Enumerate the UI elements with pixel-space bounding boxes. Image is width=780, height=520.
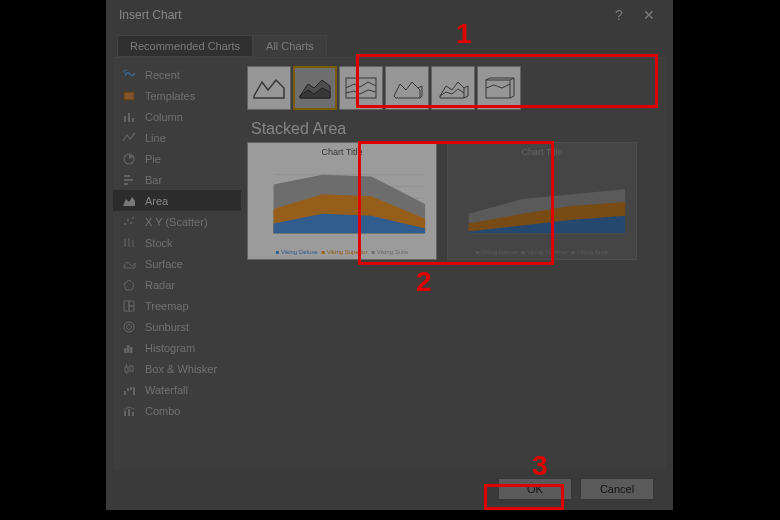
svg-rect-26 <box>130 387 132 390</box>
line-icon <box>121 130 137 146</box>
svg-rect-29 <box>128 409 130 416</box>
svg-rect-5 <box>124 175 130 177</box>
svg-rect-30 <box>132 412 134 416</box>
bar-icon <box>121 172 137 188</box>
dialog-title: Insert Chart <box>119 8 182 22</box>
sidebar-item-waterfall[interactable]: Waterfall <box>113 379 241 400</box>
sidebar-item-box-whisker[interactable]: Box & Whisker <box>113 358 241 379</box>
chart-type-3d-percent-stacked-area[interactable] <box>477 66 521 110</box>
sidebar-item-xy-scatter[interactable]: X Y (Scatter) <box>113 211 241 232</box>
treemap-icon <box>121 298 137 314</box>
svg-point-10 <box>130 222 132 224</box>
histogram-icon <box>121 340 137 356</box>
sidebar-item-label: Treemap <box>145 300 189 312</box>
help-button[interactable]: ? <box>604 4 634 26</box>
content-area: Recent Templates Column Line Pie Bar <box>113 57 666 469</box>
svg-rect-19 <box>130 347 133 353</box>
radar-icon <box>121 277 137 293</box>
pie-icon <box>121 151 137 167</box>
chart-type-3d-stacked-area[interactable] <box>431 66 475 110</box>
sidebar-item-stock[interactable]: Stock <box>113 232 241 253</box>
svg-rect-0 <box>124 92 134 100</box>
recent-icon <box>121 67 137 83</box>
svg-rect-2 <box>128 113 130 122</box>
sidebar-item-label: Box & Whisker <box>145 363 217 375</box>
ok-button[interactable]: OK <box>498 478 572 500</box>
sidebar-item-label: Surface <box>145 258 183 270</box>
sidebar-item-bar[interactable]: Bar <box>113 169 241 190</box>
chart-type-row <box>243 62 664 114</box>
sidebar-item-sunburst[interactable]: Sunburst <box>113 316 241 337</box>
tab-recommended-charts[interactable]: Recommended Charts <box>117 35 253 57</box>
sidebar-item-label: Recent <box>145 69 180 81</box>
sidebar-item-label: Stock <box>145 237 173 249</box>
cancel-button[interactable]: Cancel <box>580 478 654 500</box>
sidebar-item-label: Line <box>145 132 166 144</box>
sidebar-item-label: Histogram <box>145 342 195 354</box>
close-button[interactable]: ✕ <box>634 4 664 26</box>
chart-subtype-title: Stacked Area <box>251 120 664 138</box>
sidebar-item-label: Combo <box>145 405 180 417</box>
sidebar-item-line[interactable]: Line <box>113 127 241 148</box>
svg-rect-17 <box>124 348 127 353</box>
column-icon <box>121 109 137 125</box>
chart-preview-1[interactable]: Chart Title Viking Deluxe Viking <box>247 142 437 260</box>
main-panel: Stacked Area Chart Title <box>241 58 666 469</box>
insert-chart-dialog: Insert Chart ? ✕ Recommended Charts All … <box>106 0 673 510</box>
svg-point-15 <box>124 322 134 332</box>
svg-rect-28 <box>124 411 126 416</box>
sidebar-item-recent[interactable]: Recent <box>113 64 241 85</box>
sidebar-item-radar[interactable]: Radar <box>113 274 241 295</box>
svg-rect-20 <box>125 367 128 372</box>
svg-rect-25 <box>127 388 129 391</box>
sidebar-item-label: Bar <box>145 174 162 186</box>
svg-rect-12 <box>124 301 129 311</box>
templates-icon <box>121 88 137 104</box>
sidebar-item-label: Waterfall <box>145 384 188 396</box>
chart-type-area[interactable] <box>247 66 291 110</box>
sunburst-icon <box>121 319 137 335</box>
preview-chart-icon <box>254 159 430 249</box>
svg-point-11 <box>132 217 134 219</box>
svg-point-9 <box>127 219 129 221</box>
svg-rect-23 <box>130 366 133 371</box>
sidebar-item-area[interactable]: Area <box>113 190 241 211</box>
preview-title: Chart Title <box>254 147 430 157</box>
preview-legend: Viking Deluxe Viking Superior Viking Sui… <box>454 249 630 255</box>
sidebar-item-label: X Y (Scatter) <box>145 216 208 228</box>
preview-title: Chart Title <box>454 147 630 157</box>
sidebar-item-treemap[interactable]: Treemap <box>113 295 241 316</box>
sidebar-item-histogram[interactable]: Histogram <box>113 337 241 358</box>
svg-point-8 <box>124 223 126 225</box>
svg-rect-7 <box>124 183 128 185</box>
sidebar-item-label: Sunburst <box>145 321 189 333</box>
svg-rect-14 <box>129 306 134 311</box>
stock-icon <box>121 235 137 251</box>
chart-type-stacked-area[interactable] <box>293 66 337 110</box>
chart-previews: Chart Title Viking Deluxe Viking <box>243 142 664 260</box>
svg-rect-27 <box>133 387 135 395</box>
sidebar-item-pie[interactable]: Pie <box>113 148 241 169</box>
preview-chart-icon <box>454 159 630 249</box>
surface-icon <box>121 256 137 272</box>
svg-rect-13 <box>129 301 134 306</box>
dialog-footer: OK Cancel <box>107 469 672 509</box>
combo-icon <box>121 403 137 419</box>
sidebar-item-combo[interactable]: Combo <box>113 400 241 421</box>
svg-rect-3 <box>132 118 134 122</box>
chart-category-sidebar: Recent Templates Column Line Pie Bar <box>113 58 241 469</box>
tab-all-charts[interactable]: All Charts <box>253 35 327 57</box>
box-whisker-icon <box>121 361 137 377</box>
sidebar-item-label: Column <box>145 111 183 123</box>
svg-rect-31 <box>346 78 376 98</box>
sidebar-item-column[interactable]: Column <box>113 106 241 127</box>
chart-type-percent-stacked-area[interactable] <box>339 66 383 110</box>
sidebar-item-surface[interactable]: Surface <box>113 253 241 274</box>
svg-rect-1 <box>124 116 126 122</box>
svg-rect-18 <box>127 345 130 353</box>
chart-type-3d-area[interactable] <box>385 66 429 110</box>
sidebar-item-templates[interactable]: Templates <box>113 85 241 106</box>
waterfall-icon <box>121 382 137 398</box>
area-icon <box>121 193 137 209</box>
chart-preview-2[interactable]: Chart Title Viking Deluxe Viking Superio… <box>447 142 637 260</box>
